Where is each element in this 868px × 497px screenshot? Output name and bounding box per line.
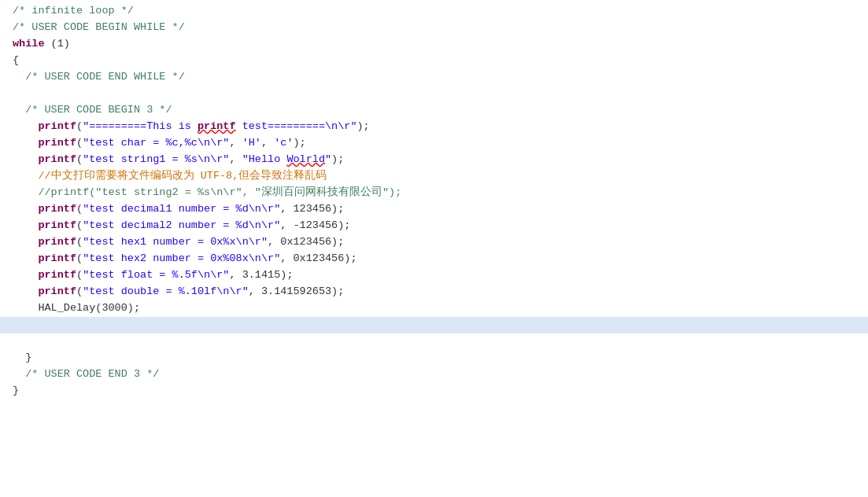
code-text xyxy=(13,119,38,135)
code-text xyxy=(13,168,38,185)
code-line: /* infinite loop */ xyxy=(0,3,868,20)
code-line: { xyxy=(0,53,868,69)
code-text: printf xyxy=(38,152,76,168)
code-text: printf xyxy=(38,251,76,267)
code-text xyxy=(13,86,19,102)
code-text: /* USER CODE BEGIN WHILE */ xyxy=(13,20,185,36)
code-text: "test float = %.5f\n\r" xyxy=(83,267,229,284)
code-text: /* infinite loop */ xyxy=(13,3,134,20)
code-text: ( xyxy=(76,135,83,152)
code-text: ( xyxy=(76,251,83,267)
code-line-selected xyxy=(0,317,868,333)
code-text: printf xyxy=(198,119,236,135)
code-line: } xyxy=(0,350,868,366)
code-text: , xyxy=(261,135,274,152)
code-text: printf xyxy=(38,135,76,152)
code-line xyxy=(0,86,868,102)
code-text xyxy=(13,234,38,251)
code-text: //printf("test string2 = %s\n\r", "深圳百问网… xyxy=(38,185,401,201)
code-text: , 0x123456); xyxy=(280,251,356,267)
code-text: ( xyxy=(76,267,83,284)
keyword-while: while xyxy=(13,36,45,53)
code-line: /* USER CODE BEGIN 3 */ xyxy=(0,102,868,119)
code-text xyxy=(13,185,38,201)
code-text: ( xyxy=(76,119,83,135)
code-text: ); xyxy=(357,119,370,135)
code-text xyxy=(13,300,38,317)
code-line: /* USER CODE END 3 */ xyxy=(0,366,868,383)
code-text: "test decimal1 number = %d\n\r" xyxy=(83,201,280,218)
code-text: , xyxy=(229,135,242,152)
code-text: 'H' xyxy=(242,135,261,152)
code-line: printf ( "test hex1 number = 0x%x\n\r" ,… xyxy=(0,234,868,251)
code-line: printf ( "test string1 = %s\n\r" , "Hell… xyxy=(0,152,868,168)
code-line: printf ( "=========This is printf test==… xyxy=(0,119,868,135)
code-line: HAL_Delay(3000); xyxy=(0,300,868,317)
code-text: /* USER CODE END 3 */ xyxy=(13,366,159,383)
code-text: "test hex1 number = 0x%x\n\r" xyxy=(83,234,268,251)
code-text: printf xyxy=(38,234,76,251)
code-text: printf xyxy=(38,267,76,284)
code-line xyxy=(0,333,868,350)
code-line: printf ( "test char = %c,%c\n\r" , 'H' ,… xyxy=(0,135,868,152)
code-text: ( xyxy=(76,284,83,300)
code-text: ( xyxy=(76,234,83,251)
code-text: //中文打印需要将文件编码改为 UTF-8,但会导致注释乱码 xyxy=(38,168,327,185)
code-text xyxy=(13,333,19,350)
code-text: } xyxy=(13,350,31,366)
code-text xyxy=(13,135,38,152)
code-text xyxy=(13,152,38,168)
code-text: test=========\n\r" xyxy=(236,119,357,135)
code-text xyxy=(13,201,38,218)
code-text: } xyxy=(13,383,19,399)
code-text: , -123456); xyxy=(280,218,350,234)
code-text: printf xyxy=(38,201,76,218)
code-text: HAL_Delay(3000); xyxy=(38,300,140,317)
code-text: ( xyxy=(76,152,83,168)
code-text: 'c' xyxy=(274,135,293,152)
code-text: , 123456); xyxy=(280,201,344,218)
code-text: "test string1 = %s\n\r" xyxy=(83,152,229,168)
code-text xyxy=(13,251,38,267)
code-text: , 0x123456); xyxy=(268,234,344,251)
code-text: , 3.1415); xyxy=(229,267,293,284)
code-text: printf xyxy=(38,218,76,234)
code-text: printf xyxy=(38,284,76,300)
code-line: printf ( "test decimal2 number = %d\n\r"… xyxy=(0,218,868,234)
code-line: printf ( "test float = %.5f\n\r" , 3.141… xyxy=(0,267,868,284)
code-line: /* USER CODE END WHILE */ xyxy=(0,69,868,86)
code-line: //printf("test string2 = %s\n\r", "深圳百问网… xyxy=(0,185,868,201)
code-text: ( xyxy=(76,201,83,218)
code-line: //中文打印需要将文件编码改为 UTF-8,但会导致注释乱码 xyxy=(0,168,868,185)
code-line: printf ( "test decimal1 number = %d\n\r"… xyxy=(0,201,868,218)
code-text: "test hex2 number = 0x%08x\n\r" xyxy=(83,251,280,267)
code-text xyxy=(13,69,25,86)
code-text: ); xyxy=(331,152,344,168)
code-line: } xyxy=(0,383,868,399)
code-text: /* USER CODE END WHILE */ xyxy=(25,69,185,86)
code-text xyxy=(13,218,38,234)
code-text: "=========This is xyxy=(83,119,198,135)
code-line: /* USER CODE BEGIN WHILE */ xyxy=(0,20,868,36)
code-text: , 3.141592653); xyxy=(249,284,345,300)
code-line: printf ( "test hex2 number = 0x%08x\n\r"… xyxy=(0,251,868,267)
code-line: while (1) xyxy=(0,36,868,53)
code-text xyxy=(13,267,38,284)
code-text: "test decimal2 number = %d\n\r" xyxy=(83,218,280,234)
code-text xyxy=(13,317,19,333)
code-text xyxy=(13,102,25,119)
code-block: /* infinite loop */ /* USER CODE BEGIN W… xyxy=(0,0,868,403)
code-text: printf xyxy=(38,119,76,135)
code-text: "test double = %.10lf\n\r" xyxy=(83,284,249,300)
code-text: (1) xyxy=(45,36,70,53)
code-text: "test char = %c,%c\n\r" xyxy=(83,135,229,152)
code-text: "Hello Wolrld" xyxy=(242,152,331,168)
code-line: printf ( "test double = %.10lf\n\r" , 3.… xyxy=(0,284,868,300)
code-text: ); xyxy=(294,135,306,152)
code-text: { xyxy=(13,53,19,69)
code-text: /* USER CODE BEGIN 3 */ xyxy=(25,102,172,119)
code-text: , xyxy=(229,152,242,168)
code-text xyxy=(13,284,38,300)
code-editor: /* infinite loop */ /* USER CODE BEGIN W… xyxy=(0,0,868,497)
code-text: ( xyxy=(76,218,83,234)
